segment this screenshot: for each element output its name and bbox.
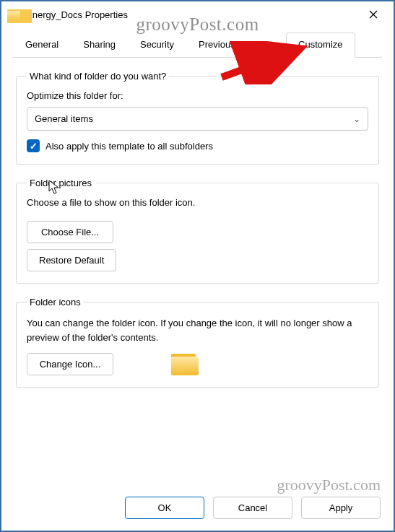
group-folder-pictures: Folder pictures Choose a file to show on… bbox=[16, 178, 379, 284]
group-folder-icons: Folder icons You can change the folder i… bbox=[16, 297, 379, 388]
window-title: Energy_Docs Properties bbox=[26, 9, 128, 20]
watermark-bottom: groovyPost.com bbox=[277, 476, 381, 494]
ok-button[interactable]: OK bbox=[125, 497, 204, 519]
folder-preview-icon bbox=[171, 354, 199, 375]
subfolders-checkbox-label: Also apply this template to all subfolde… bbox=[45, 141, 213, 152]
close-button[interactable] bbox=[359, 4, 388, 25]
folder-pictures-desc: Choose a file to show on this folder ico… bbox=[27, 197, 368, 208]
optimize-label: Optimize this folder for: bbox=[27, 90, 368, 101]
group-optimize-legend: What kind of folder do you want? bbox=[27, 71, 169, 82]
folder-icon bbox=[7, 9, 20, 19]
group-folder-pictures-legend: Folder pictures bbox=[27, 178, 95, 188]
folder-icons-desc: You can change the folder icon. If you c… bbox=[27, 316, 368, 344]
tab-general[interactable]: General bbox=[13, 32, 71, 58]
close-icon bbox=[369, 10, 378, 19]
change-icon-button[interactable]: Change Icon... bbox=[27, 353, 113, 375]
cancel-button[interactable]: Cancel bbox=[213, 497, 292, 519]
group-folder-icons-legend: Folder icons bbox=[27, 297, 84, 308]
optimize-combobox-value: General items bbox=[35, 113, 93, 124]
subfolders-checkbox[interactable]: ✓ bbox=[27, 139, 40, 152]
tab-customize[interactable]: Customize bbox=[286, 32, 355, 58]
tab-sharing[interactable]: Sharing bbox=[71, 32, 128, 58]
title-bar: Energy_Docs Properties bbox=[1, 1, 394, 27]
chevron-down-icon: ⌄ bbox=[353, 114, 360, 124]
apply-button[interactable]: Apply bbox=[301, 497, 381, 519]
dialog-buttons: OK Cancel Apply bbox=[125, 497, 381, 519]
tab-previous-versions[interactable]: Previous Versions bbox=[186, 32, 286, 58]
group-optimize: What kind of folder do you want? Optimiz… bbox=[16, 71, 379, 165]
restore-default-button[interactable]: Restore Default bbox=[27, 249, 116, 271]
optimize-combobox[interactable]: General items ⌄ bbox=[27, 107, 368, 131]
tab-bar: General Sharing Security Previous Versio… bbox=[13, 32, 382, 58]
choose-file-button[interactable]: Choose File... bbox=[27, 221, 113, 243]
tab-security[interactable]: Security bbox=[128, 32, 186, 58]
